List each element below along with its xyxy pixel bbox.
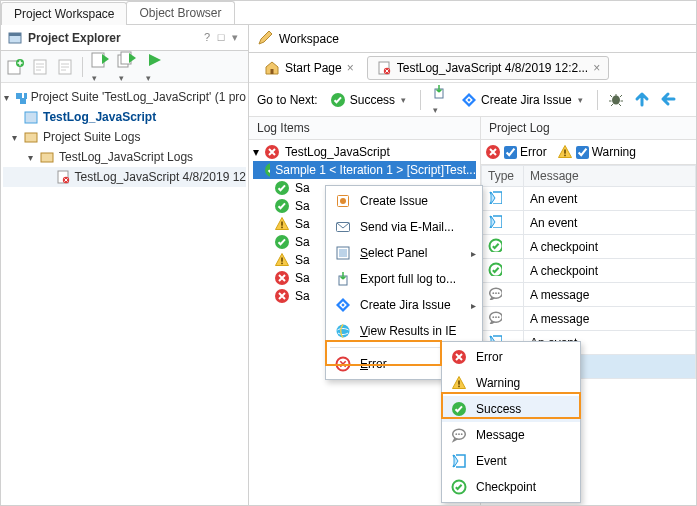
go-to-next-success[interactable]: Success▾	[326, 90, 410, 110]
submenu-message[interactable]: Message	[442, 422, 580, 448]
submenu-warning[interactable]: Warning	[442, 370, 580, 396]
table-row[interactable]: A checkpoint	[482, 259, 696, 283]
submenu-error[interactable]: Error	[442, 344, 580, 370]
project-explorer-title: Project Explorer	[7, 30, 200, 46]
home-icon	[264, 60, 280, 76]
menu-select-panel[interactable]: Select Panel▸	[326, 240, 482, 266]
add-button[interactable]	[5, 57, 25, 77]
table-row[interactable]: A message	[482, 283, 696, 307]
close-icon[interactable]: ×	[347, 61, 354, 75]
dropdown-icon[interactable]: ▾	[228, 31, 242, 45]
arrow-left-icon[interactable]	[660, 91, 678, 109]
table-row[interactable]: An event	[482, 211, 696, 235]
col-type[interactable]: Type	[482, 166, 524, 187]
context-submenu: Error Warning Success Message Event Chec…	[441, 341, 581, 503]
submenu-success[interactable]: Success	[442, 396, 580, 422]
workspace-title: Workspace	[279, 32, 339, 46]
pencil-icon	[257, 31, 273, 47]
tree-log-entry[interactable]: TestLog_JavaScript 4/8/2019 12	[3, 167, 246, 187]
svg-rect-34	[25, 133, 37, 142]
export-button[interactable]: ▾	[431, 84, 449, 116]
run1-button[interactable]: ▾	[90, 50, 112, 84]
create-jira-button[interactable]: Create Jira Issue▾	[457, 90, 587, 110]
arrow-up-icon[interactable]	[634, 91, 652, 109]
svg-rect-35	[41, 153, 53, 162]
tree-project[interactable]: TestLog_JavaScript	[3, 107, 246, 127]
menu-create-issue[interactable]: Create Issue	[326, 188, 482, 214]
tree-suite-logs[interactable]: ▾Project Suite Logs	[3, 127, 246, 147]
col-message[interactable]: Message	[524, 166, 696, 187]
tab-object-browser[interactable]: Object Browser	[126, 1, 234, 24]
svg-rect-32	[20, 98, 26, 104]
tree-proj-logs[interactable]: ▾TestLog_JavaScript Logs	[3, 147, 246, 167]
submenu-checkpoint[interactable]: Checkpoint	[442, 474, 580, 500]
maximize-icon[interactable]: □	[214, 31, 228, 45]
tab-project-workspace[interactable]: Project Workspace	[1, 2, 127, 25]
tree-suite[interactable]: ▾Project Suite 'TestLog_JavaScript' (1 p…	[3, 87, 246, 107]
log-item-root[interactable]: ▾TestLog_JavaScript	[253, 143, 476, 161]
go-to-next-label: Go to Next:	[257, 93, 318, 107]
table-row[interactable]: A checkpoint	[482, 235, 696, 259]
bug-icon[interactable]	[608, 91, 626, 109]
tab-testlog[interactable]: TestLog_JavaScript 4/8/2019 12:2... ×	[367, 56, 609, 80]
run3-button[interactable]: ▾	[144, 50, 164, 84]
filter-warning[interactable]: Warning	[557, 144, 636, 160]
svg-rect-33	[25, 112, 37, 123]
doc1-button[interactable]	[30, 57, 50, 77]
doc2-button[interactable]	[55, 57, 75, 77]
submenu-event[interactable]: Event	[442, 448, 580, 474]
menu-send-email[interactable]: Send via E-Mail...	[326, 214, 482, 240]
run2-button[interactable]: ▾	[117, 50, 139, 84]
logdoc-icon	[376, 60, 392, 76]
menu-create-jira[interactable]: Create Jira Issue▸	[326, 292, 482, 318]
help-icon[interactable]: ?	[200, 31, 214, 45]
tab-start-page[interactable]: Start Page ×	[255, 56, 363, 80]
menu-export-log[interactable]: Export full log to...	[326, 266, 482, 292]
table-row[interactable]: An event	[482, 187, 696, 211]
log-items-header: Log Items	[249, 117, 480, 140]
svg-rect-22	[9, 33, 21, 36]
log-item-selected[interactable]: Sample 1 < Iteration 1 > [Script]Test...	[253, 161, 476, 179]
project-log-header: Project Log	[481, 117, 696, 140]
table-row[interactable]: A message	[482, 307, 696, 331]
filter-error[interactable]: Error	[485, 144, 547, 160]
close-icon[interactable]: ×	[593, 61, 600, 75]
